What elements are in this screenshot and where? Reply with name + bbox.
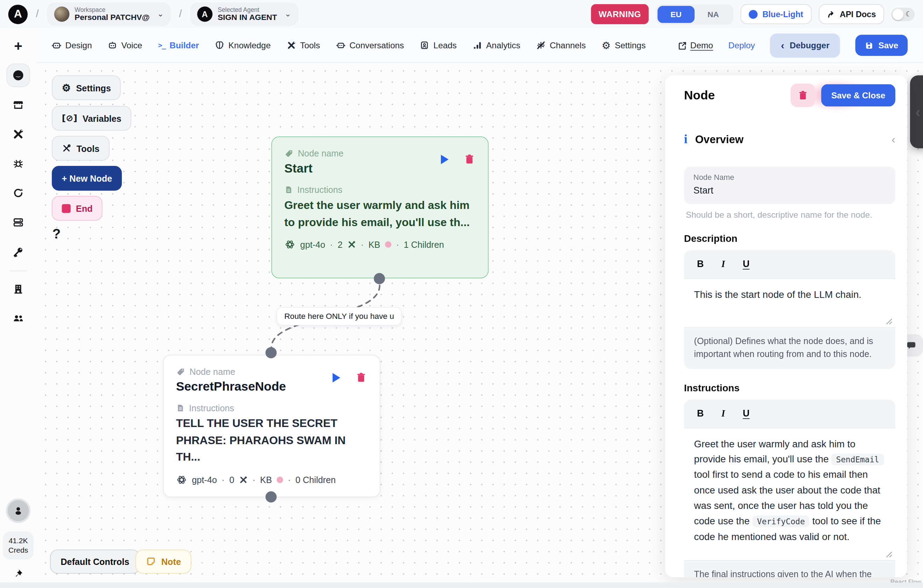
new-node-button[interactable]: + New Node xyxy=(52,166,122,191)
tab-settings[interactable]: ⚙ Settings xyxy=(601,39,646,51)
rail-keys-button[interactable] xyxy=(6,240,30,264)
resize-handle-icon[interactable] xyxy=(886,551,892,557)
separator-dot: · xyxy=(330,239,333,249)
instructions-label-row: Instructions xyxy=(284,185,476,195)
rail-sync-button[interactable] xyxy=(6,181,30,205)
theme-color-dot-icon xyxy=(749,10,758,18)
tab-label: Conversations xyxy=(350,41,404,50)
edge-condition-label[interactable]: Route here ONLY if you have u xyxy=(277,307,402,326)
workspace-picker[interactable]: Workspace Personal PATCHV@ ⌄ xyxy=(47,2,171,26)
node-name-field-value: Start xyxy=(693,185,886,196)
user-avatar[interactable] xyxy=(6,498,31,523)
underline-button[interactable]: U xyxy=(743,259,749,270)
node-name-field[interactable]: Node Name Start xyxy=(684,167,895,205)
node-name-field-label: Node Name xyxy=(693,173,886,182)
bold-button[interactable]: B xyxy=(697,408,703,419)
tab-builder[interactable]: >_ Builder xyxy=(158,41,199,50)
underline-button[interactable]: U xyxy=(743,408,749,419)
delete-node-button[interactable] xyxy=(791,84,816,107)
node-handle-secret-top[interactable] xyxy=(265,347,277,359)
save-button[interactable]: Save xyxy=(856,34,908,56)
rail-tools-button[interactable] xyxy=(6,123,30,146)
node-handle-start-bottom[interactable] xyxy=(374,273,385,284)
node-card-start[interactable]: Node name Start Instructions Greet the u… xyxy=(271,136,488,278)
region-eu-button[interactable]: EU xyxy=(658,6,695,23)
credits-value: 41.2K xyxy=(8,536,28,545)
tab-tools[interactable]: Tools xyxy=(286,41,320,50)
rail-add-button[interactable]: + xyxy=(6,34,30,58)
key-icon xyxy=(12,246,24,258)
api-docs-button[interactable]: API Docs xyxy=(819,4,884,24)
rail-team-button[interactable] xyxy=(6,306,30,330)
openai-logo-icon xyxy=(284,239,296,250)
floppy-icon xyxy=(865,41,874,50)
tab-channels[interactable]: Channels xyxy=(536,41,586,50)
agent-name: SIGN IN AGENT xyxy=(218,13,277,22)
tab-conversations[interactable]: Conversations xyxy=(336,41,404,50)
trash-icon[interactable] xyxy=(464,154,475,165)
play-node-button[interactable] xyxy=(441,154,448,164)
debugger-button[interactable]: ‹ Debugger xyxy=(770,33,840,57)
credits-badge[interactable]: 41.2K Creds xyxy=(3,531,33,560)
agent-picker[interactable]: A Selected Agent SIGN IN AGENT ⌄ xyxy=(190,2,298,26)
left-rail: + xyxy=(0,28,36,588)
rail-organization-button[interactable] xyxy=(6,277,30,301)
tab-voice[interactable]: Voice xyxy=(108,41,142,50)
play-node-button[interactable] xyxy=(333,373,340,382)
info-icon: i xyxy=(684,132,687,147)
instructions-label: Instructions xyxy=(189,403,234,413)
pin-rail-button[interactable] xyxy=(12,568,24,582)
people-icon xyxy=(12,312,25,325)
instructions-textarea[interactable]: Greet the user warmly and ask him to pro… xyxy=(684,427,895,560)
warning-badge[interactable]: WARNING xyxy=(591,4,649,24)
trash-icon xyxy=(798,90,808,100)
children-count: 0 Children xyxy=(296,475,336,485)
tab-label: Knowledge xyxy=(228,41,271,50)
rail-divider xyxy=(10,270,27,271)
resize-handle-icon[interactable] xyxy=(886,318,892,324)
italic-button[interactable]: I xyxy=(721,408,725,419)
rail-debug-button[interactable] xyxy=(6,152,30,175)
demo-link[interactable]: Demo xyxy=(678,41,713,50)
save-and-close-button[interactable]: Save & Close xyxy=(821,84,895,106)
deploy-link[interactable]: Deploy xyxy=(728,41,755,50)
node-handle-secret-bottom[interactable] xyxy=(265,491,277,503)
add-note-button[interactable]: Note xyxy=(136,549,192,574)
app-logo[interactable]: A xyxy=(8,5,28,24)
tab-design[interactable]: Design xyxy=(52,41,92,50)
node-footer: gpt-4o · 2 · KB · 1 Children xyxy=(284,239,476,250)
end-node-button[interactable]: End xyxy=(52,196,103,221)
italic-button[interactable]: I xyxy=(721,259,725,270)
canvas-tools-label: Tools xyxy=(77,143,99,153)
collapse-chevron-icon[interactable]: ‹ xyxy=(892,133,895,146)
refresh-icon xyxy=(12,187,24,199)
chevron-left-icon: ‹ xyxy=(915,103,921,121)
canvas-variables-button[interactable]: [⊘] Variables xyxy=(52,106,131,131)
rail-agent-button[interactable] xyxy=(6,64,30,87)
canvas-tools-button[interactable]: Tools xyxy=(52,136,110,161)
api-docs-label: API Docs xyxy=(840,10,876,19)
instructions-label: Instructions xyxy=(297,185,342,195)
trash-icon[interactable] xyxy=(355,372,366,383)
end-label: End xyxy=(76,203,93,213)
theme-picker[interactable]: Blue-Light xyxy=(741,4,811,24)
tab-label: Settings xyxy=(615,41,646,50)
canvas-settings-button[interactable]: ⚙ Settings xyxy=(52,75,121,100)
default-controls-button[interactable]: Default Controls xyxy=(50,549,140,574)
rail-marketplace-button[interactable] xyxy=(6,93,30,116)
bold-button[interactable]: B xyxy=(697,259,703,270)
bar-chart-icon xyxy=(473,41,482,50)
debugger-drawer-tab[interactable]: ‹ xyxy=(910,75,923,148)
dark-mode-toggle[interactable]: ☾ xyxy=(891,7,915,21)
tab-leads[interactable]: Leads xyxy=(420,41,457,50)
region-na-button[interactable]: NA xyxy=(694,6,732,23)
tab-analytics[interactable]: Analytics xyxy=(473,41,520,50)
tab-knowledge[interactable]: Knowledge xyxy=(215,41,271,50)
description-textarea[interactable]: This is the start node of the LLM chain. xyxy=(684,278,895,328)
rail-data-button[interactable] xyxy=(6,211,30,234)
building-icon xyxy=(12,283,24,295)
default-controls-label: Default Controls xyxy=(61,557,129,567)
tab-label: Voice xyxy=(122,41,143,50)
help-button[interactable]: ? xyxy=(53,226,61,242)
node-card-secretphrase[interactable]: Node name SecretPhraseNode Instructions … xyxy=(163,355,380,497)
